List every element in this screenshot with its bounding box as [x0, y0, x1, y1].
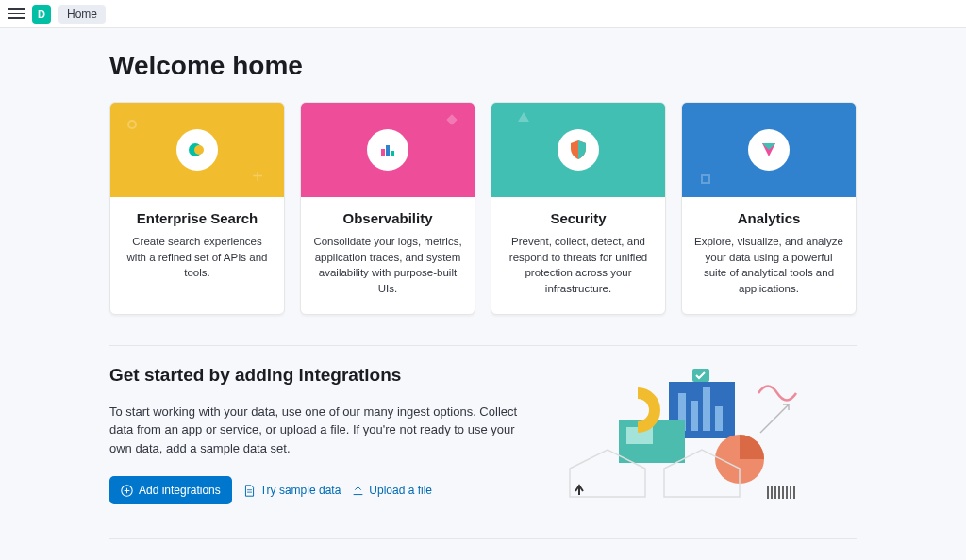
integrations-section: Get started by adding integrations To st…	[109, 365, 857, 516]
add-integrations-button[interactable]: Add integrations	[109, 476, 232, 504]
upload-file-link[interactable]: Upload a file	[352, 484, 432, 497]
security-icon	[558, 129, 599, 171]
document-icon	[243, 485, 256, 497]
svg-rect-9	[703, 387, 710, 431]
svg-point-1	[194, 145, 204, 155]
card-desc: Create search experiences with a refined…	[122, 234, 273, 281]
card-title: Enterprise Search	[122, 210, 273, 226]
card-desc: Consolidate your logs, metrics, applicat…	[312, 234, 463, 297]
card-hero: +	[110, 103, 284, 197]
solution-enterprise-search[interactable]: + Enterprise Search Create search experi…	[109, 102, 285, 315]
enterprise-search-icon	[176, 129, 218, 171]
svg-rect-10	[715, 406, 723, 431]
plus-circle-icon	[121, 485, 133, 497]
integrations-illustration	[541, 365, 857, 516]
divider	[109, 538, 857, 539]
divider	[109, 345, 857, 346]
observability-icon	[367, 129, 408, 171]
analytics-icon	[748, 129, 790, 171]
solution-security[interactable]: Security Prevent, collect, detect, and r…	[491, 102, 666, 315]
svg-rect-8	[691, 401, 698, 431]
solution-observability[interactable]: Observability Consolidate your logs, met…	[300, 102, 475, 315]
card-title: Observability	[312, 210, 463, 226]
topbar: D Home	[0, 0, 966, 28]
card-desc: Prevent, collect, detect, and respond to…	[503, 234, 654, 297]
svg-rect-3	[386, 145, 390, 156]
app-logo[interactable]: D	[32, 5, 51, 24]
card-hero	[301, 103, 475, 197]
breadcrumb-home[interactable]: Home	[58, 5, 106, 24]
nav-toggle-icon[interactable]	[8, 6, 25, 23]
integrations-desc: To start working with your data, use one…	[109, 403, 519, 458]
svg-rect-4	[391, 151, 394, 156]
upload-icon	[352, 485, 364, 497]
page-title: Welcome home	[109, 51, 857, 81]
card-hero	[682, 103, 856, 197]
try-sample-data-link[interactable]: Try sample data	[243, 484, 341, 497]
svg-rect-2	[381, 149, 385, 156]
card-title: Security	[503, 210, 654, 226]
integrations-heading: Get started by adding integrations	[109, 365, 519, 386]
solution-analytics[interactable]: Analytics Explore, visualize, and analyz…	[681, 102, 857, 315]
card-hero	[491, 103, 665, 197]
main-content: Welcome home + Enterprise Search Create …	[109, 28, 857, 560]
solutions-row: + Enterprise Search Create search experi…	[109, 102, 857, 315]
card-desc: Explore, visualize, and analyze your dat…	[693, 234, 844, 297]
card-title: Analytics	[693, 210, 844, 226]
